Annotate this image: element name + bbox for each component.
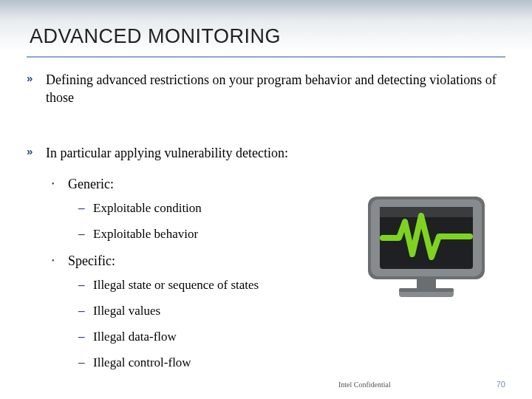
- bullet-text: Illegal state or sequence of states: [93, 278, 259, 292]
- raquo-icon: »: [27, 71, 33, 86]
- bullet-level1: » In particular applying vulnerability d…: [27, 144, 505, 162]
- svg-rect-3: [380, 207, 473, 217]
- dash-icon: –: [78, 303, 85, 320]
- footer-page-number: 70: [497, 380, 505, 389]
- bullet-text: In particular applying vulnerability det…: [46, 146, 288, 160]
- footer-confidential: Intel Confidential: [338, 381, 391, 389]
- bullet-text: Specific:: [68, 253, 115, 268]
- bullet-text: Exploitable behavior: [93, 227, 198, 241]
- bullet-level3: – Illegal data-flow: [78, 329, 505, 346]
- bullet-text: Generic:: [68, 177, 114, 191]
- dash-icon: –: [78, 226, 85, 243]
- bullet-text: Defining advanced restrictions on your p…: [46, 72, 497, 105]
- raquo-icon: »: [27, 144, 33, 159]
- dash-icon: –: [78, 277, 85, 294]
- bullet-text: Illegal data-flow: [93, 330, 177, 344]
- bullet-level3: – Illegal control-flow: [78, 355, 505, 372]
- bullet-text: Exploitable condition: [93, 201, 202, 215]
- title-underline: [27, 56, 505, 58]
- bullet-level2: • Generic:: [52, 175, 505, 193]
- svg-rect-4: [417, 279, 436, 288]
- bullet-text: Illegal values: [93, 304, 160, 318]
- dash-icon: –: [78, 355, 85, 372]
- dot-icon: •: [52, 256, 55, 266]
- slide-title: ADVANCED MONITORING: [30, 25, 281, 48]
- bullet-level3: – Illegal values: [78, 303, 505, 320]
- bullet-text: Illegal control-flow: [93, 355, 191, 369]
- dot-icon: •: [52, 179, 55, 189]
- dash-icon: –: [78, 329, 85, 346]
- svg-rect-6: [399, 288, 454, 292]
- monitor-heartbeat-icon: [364, 192, 494, 301]
- bullet-level1: » Defining advanced restrictions on your…: [27, 71, 505, 107]
- dash-icon: –: [78, 200, 85, 217]
- slide: ADVANCED MONITORING » Defining advanced …: [0, 0, 532, 399]
